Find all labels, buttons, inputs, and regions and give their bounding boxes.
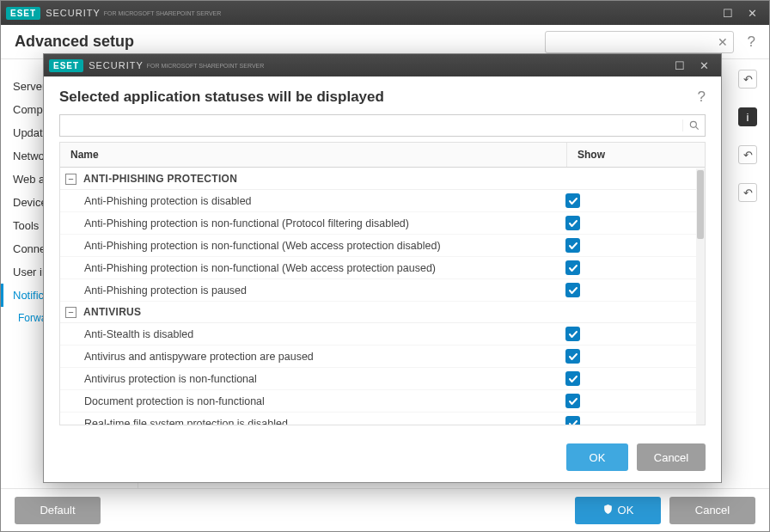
product-name: SECURITY xyxy=(46,8,101,18)
status-name: Anti-Phishing protection is paused xyxy=(65,284,562,297)
help-icon[interactable]: ? xyxy=(748,34,755,51)
dialog-close-button[interactable]: ✕ xyxy=(692,57,716,74)
maximize-button[interactable]: ☐ xyxy=(716,4,740,21)
show-checkbox[interactable] xyxy=(565,394,580,408)
dialog-search-input[interactable] xyxy=(60,119,682,131)
status-name: Anti-Phishing protection is non-function… xyxy=(65,217,562,229)
dialog-ok-button[interactable]: OK xyxy=(566,443,628,471)
close-button[interactable]: ✕ xyxy=(740,4,764,21)
svg-line-1 xyxy=(695,126,698,129)
statuses-dialog: ESET SECURITY FOR MICROSOFT SHAREPOINT S… xyxy=(43,53,722,483)
search-icon[interactable] xyxy=(682,119,705,131)
col-name[interactable]: Name xyxy=(60,143,567,167)
collapse-icon[interactable]: − xyxy=(65,174,76,185)
dialog-titlebar: ESET SECURITY FOR MICROSOFT SHAREPOINT S… xyxy=(44,54,721,76)
search-bar[interactable]: ✕ xyxy=(545,31,734,53)
default-button[interactable]: Default xyxy=(15,497,101,524)
show-checkbox[interactable] xyxy=(565,349,580,364)
status-table: Name Show −ANTI-PHISHING PROTECTIONAnti-… xyxy=(59,142,706,425)
group-label: ANTIVIRUS xyxy=(83,306,141,318)
show-checkbox[interactable] xyxy=(565,283,580,297)
info-icon[interactable]: i xyxy=(738,107,757,126)
main-titlebar: ESET SECURITY FOR MICROSOFT SHAREPOINT S… xyxy=(1,1,769,25)
brand-badge: ESET xyxy=(6,7,40,20)
status-row: Anti-Phishing protection is paused xyxy=(60,279,696,302)
scrollbar-thumb[interactable] xyxy=(697,170,704,239)
page-title: Advanced setup xyxy=(15,33,545,51)
search-input[interactable] xyxy=(551,36,714,48)
group-label: ANTI-PHISHING PROTECTION xyxy=(83,173,237,185)
product-name: SECURITY xyxy=(89,60,144,70)
search-clear-icon[interactable]: ✕ xyxy=(718,35,728,49)
group-row[interactable]: −ANTIVIRUS xyxy=(60,302,696,323)
col-show[interactable]: Show xyxy=(567,143,705,167)
status-row: Antivirus and antispyware protection are… xyxy=(60,345,696,368)
table-body[interactable]: −ANTI-PHISHING PROTECTIONAnti-Phishing p… xyxy=(60,168,696,425)
brand-badge: ESET xyxy=(49,59,83,72)
status-row: Anti-Phishing protection is non-function… xyxy=(60,235,696,257)
product-subline: FOR MICROSOFT SHAREPOINT SERVER xyxy=(104,10,222,16)
cancel-button[interactable]: Cancel xyxy=(669,497,755,524)
status-name: Anti-Phishing protection is disabled xyxy=(65,195,562,207)
status-row: Antivirus protection is non-functional xyxy=(60,368,696,390)
ok-button[interactable]: OK xyxy=(575,497,661,524)
status-row: Document protection is non-functional xyxy=(60,390,696,413)
show-checkbox[interactable] xyxy=(565,193,580,208)
dialog-title: Selected application statuses will be di… xyxy=(59,89,693,106)
dialog-footer: OK Cancel xyxy=(44,432,721,482)
show-checkbox[interactable] xyxy=(565,371,580,386)
dialog-maximize-button[interactable]: ☐ xyxy=(668,57,692,74)
status-name: Antivirus and antispyware protection are… xyxy=(65,351,562,363)
undo-icon[interactable]: ↶ xyxy=(738,70,757,89)
show-checkbox[interactable] xyxy=(565,238,580,253)
shield-icon xyxy=(602,504,614,517)
status-name: Real-time file system protection is disa… xyxy=(65,418,562,425)
status-name: Anti-Stealth is disabled xyxy=(65,328,562,340)
undo-icon-2[interactable]: ↶ xyxy=(738,145,757,164)
status-name: Document protection is non-functional xyxy=(65,395,562,407)
show-checkbox[interactable] xyxy=(565,260,580,275)
status-row: Real-time file system protection is disa… xyxy=(60,413,696,425)
group-row[interactable]: −ANTI-PHISHING PROTECTION xyxy=(60,168,696,190)
undo-icon-3[interactable]: ↶ xyxy=(738,183,757,202)
table-header: Name Show xyxy=(60,143,705,168)
dialog-search[interactable] xyxy=(59,114,706,137)
status-name: Anti-Phishing protection is non-function… xyxy=(65,262,562,274)
ok-button-label: OK xyxy=(618,504,634,517)
main-footer: Default OK Cancel xyxy=(1,488,769,531)
dialog-help-icon[interactable]: ? xyxy=(698,89,706,106)
status-row: Anti-Stealth is disabled xyxy=(60,323,696,345)
svg-point-0 xyxy=(690,121,696,127)
show-checkbox[interactable] xyxy=(565,327,580,341)
scrollbar-track[interactable] xyxy=(696,168,705,425)
status-row: Anti-Phishing protection is non-function… xyxy=(60,212,696,235)
status-row: Anti-Phishing protection is disabled xyxy=(60,190,696,212)
show-checkbox[interactable] xyxy=(565,416,580,425)
collapse-icon[interactable]: − xyxy=(65,307,76,318)
dialog-cancel-button[interactable]: Cancel xyxy=(637,443,706,471)
product-subline: FOR MICROSOFT SHAREPOINT SERVER xyxy=(147,63,265,69)
show-checkbox[interactable] xyxy=(565,216,580,230)
status-name: Antivirus protection is non-functional xyxy=(65,373,562,385)
status-name: Anti-Phishing protection is non-function… xyxy=(65,240,562,252)
status-row: Anti-Phishing protection is non-function… xyxy=(60,257,696,279)
